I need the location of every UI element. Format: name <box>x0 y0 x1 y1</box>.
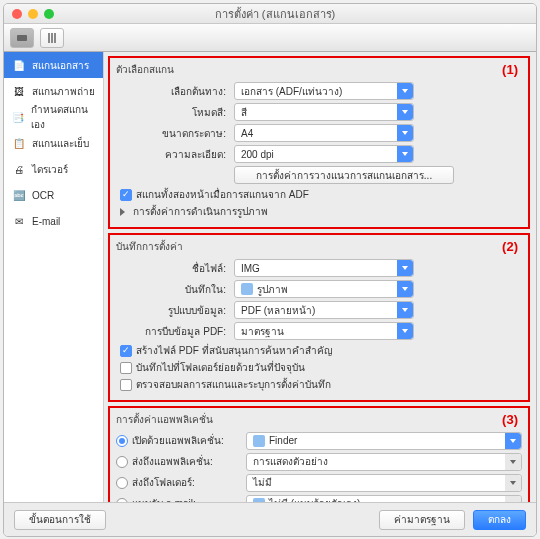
section-title: การตั้งค่าแอพพลิเคชั่น <box>116 412 522 427</box>
radio-send-label: ส่งถึงแอพพลิเคชั่น: <box>132 454 213 469</box>
custom-icon: 📑 <box>12 110 25 124</box>
sidebar-item-ocr[interactable]: 🔤OCR <box>4 182 103 208</box>
sidebar-item-label: E-mail <box>32 216 60 227</box>
sidebar-item-label: OCR <box>32 190 54 201</box>
minimize-icon[interactable] <box>28 9 38 19</box>
savein-select[interactable]: รูปภาพ <box>234 280 414 298</box>
stitch-icon: 📋 <box>12 136 26 150</box>
disclosure-icon[interactable] <box>120 208 125 216</box>
ok-button[interactable]: ตกลง <box>473 510 526 530</box>
image-proc-link[interactable]: การตั้งค่าการดำเนินการรูปภาพ <box>133 204 268 219</box>
filename-label: ชื่อไฟล์: <box>116 261 234 276</box>
toolbar-settings-icon[interactable] <box>40 28 64 48</box>
svg-rect-1 <box>48 33 50 43</box>
source-select[interactable]: เอกสาร (ADF/แท่นวาง) <box>234 82 414 100</box>
savein-label: บันทึกใน: <box>116 282 234 297</box>
svg-rect-2 <box>51 33 53 43</box>
pdf-search-checkbox[interactable] <box>120 345 132 357</box>
resolution-label: ความละเอียด: <box>116 147 234 162</box>
subfolder-label: บันทึกไปที่โฟลเดอร์ย่อยด้วยวันที่ปัจจุบั… <box>136 360 305 375</box>
color-select[interactable]: สี <box>234 103 414 121</box>
section-app-settings: (3) การตั้งค่าแอพพลิเคชั่น เปิดด้วยแอพพล… <box>108 406 530 502</box>
send-app-select[interactable]: การแสดงตัวอย่าง <box>246 453 522 471</box>
ocr-icon: 🔤 <box>12 188 26 202</box>
resolution-select[interactable]: 200 dpi <box>234 145 414 163</box>
toolbar-scan-icon[interactable] <box>10 28 34 48</box>
sidebar-item-driver[interactable]: 🖨ไดรเวอร์ <box>4 156 103 182</box>
checkresult-checkbox[interactable] <box>120 379 132 391</box>
sidebar-item-email[interactable]: ✉E-mail <box>4 208 103 234</box>
size-label: ขนาดกระดาษ: <box>116 126 234 141</box>
sidebar-item-label: สแกนภาพถ่าย <box>32 84 95 99</box>
format-select[interactable]: PDF (หลายหน้า) <box>234 301 414 319</box>
defaults-button[interactable]: ค่ามาตรฐาน <box>379 510 465 530</box>
zoom-icon[interactable] <box>44 9 54 19</box>
adf-label: สแกนทั้งสองหน้าเมื่อการสแกนจาก ADF <box>136 187 309 202</box>
radio-send-folder[interactable] <box>116 477 128 489</box>
instructions-button[interactable]: ขั้นตอนการใช้ <box>14 510 106 530</box>
svg-rect-3 <box>54 33 56 43</box>
sidebar-item-scan-doc[interactable]: 📄สแกนเอกสาร <box>4 52 103 78</box>
pdf-search-label: สร้างไฟล์ PDF ที่สนับสนุนการค้นหาคำสำคัญ <box>136 343 333 358</box>
section-save-settings: (2) บันทึกการตั้งค่า ชื่อไฟล์:IMG บันทึก… <box>108 233 530 402</box>
finder-icon <box>253 435 265 447</box>
compress-select[interactable]: มาตรฐาน <box>234 322 414 340</box>
radio-folder-label: ส่งถึงโฟลเดอร์: <box>132 475 195 490</box>
email-icon: ✉ <box>12 214 26 228</box>
mail-select[interactable]: ไม่มี (แนบด้วยตัวเอง) <box>246 495 522 503</box>
toolbar <box>4 24 536 52</box>
orientation-button[interactable]: การตั้งค่าการวางแนวการสแกนเอกสาร... <box>234 166 454 184</box>
section-number: (2) <box>502 239 518 254</box>
radio-open-label: เปิดด้วยแอพพลิเคชั่น: <box>132 433 224 448</box>
source-label: เลือกต้นทาง: <box>116 84 234 99</box>
sidebar-item-custom-scan[interactable]: 📑กำหนดสแกนเอง <box>4 104 103 130</box>
sidebar-item-label: กำหนดสแกนเอง <box>31 102 95 132</box>
close-icon[interactable] <box>12 9 22 19</box>
radio-send-app[interactable] <box>116 456 128 468</box>
filename-input[interactable]: IMG <box>234 259 414 277</box>
color-label: โหมดสี: <box>116 105 234 120</box>
section-scan-options: (1) ตัวเลือกสแกน เลือกต้นทาง:เอกสาร (ADF… <box>108 56 530 229</box>
sidebar-item-label: สแกนและเย็บ <box>32 136 89 151</box>
subfolder-checkbox[interactable] <box>120 362 132 374</box>
document-icon: 📄 <box>12 58 26 72</box>
section-title: บันทึกการตั้งค่า <box>116 239 522 254</box>
titlebar: การตั้งค่า (สแกนเอกสาร) <box>4 4 536 24</box>
window-title: การตั้งค่า (สแกนเอกสาร) <box>54 5 536 23</box>
format-label: รูปแบบข้อมูล: <box>116 303 234 318</box>
svg-rect-0 <box>17 35 27 41</box>
checkresult-label: ตรวจสอบผลการสแกนและระบุการตั้งค่าบันทึก <box>136 377 331 392</box>
sidebar-item-scan-photo[interactable]: 🖼สแกนภาพถ่าย <box>4 78 103 104</box>
open-app-select[interactable]: Finder <box>246 432 522 450</box>
driver-icon: 🖨 <box>12 162 26 176</box>
radio-open-app[interactable] <box>116 435 128 447</box>
folder-icon <box>241 283 253 295</box>
compress-label: การบีบข้อมูล PDF: <box>116 324 234 339</box>
savein-value: รูปภาพ <box>257 282 288 297</box>
content: (1) ตัวเลือกสแกน เลือกต้นทาง:เอกสาร (ADF… <box>104 52 536 502</box>
section-title: ตัวเลือกสแกน <box>116 62 522 77</box>
adf-checkbox[interactable] <box>120 189 132 201</box>
send-folder-select[interactable]: ไม่มี <box>246 474 522 492</box>
photo-icon: 🖼 <box>12 84 26 98</box>
section-number: (1) <box>502 62 518 77</box>
sidebar-item-label: สแกนเอกสาร <box>32 58 89 73</box>
sidebar-item-scan-stitch[interactable]: 📋สแกนและเย็บ <box>4 130 103 156</box>
sidebar: 📄สแกนเอกสาร 🖼สแกนภาพถ่าย 📑กำหนดสแกนเอง 📋… <box>4 52 104 502</box>
sidebar-item-label: ไดรเวอร์ <box>32 162 68 177</box>
section-number: (3) <box>502 412 518 427</box>
open-app-value: Finder <box>269 435 297 446</box>
footer: ขั้นตอนการใช้ ค่ามาตรฐาน ตกลง <box>4 502 536 536</box>
size-select[interactable]: A4 <box>234 124 414 142</box>
